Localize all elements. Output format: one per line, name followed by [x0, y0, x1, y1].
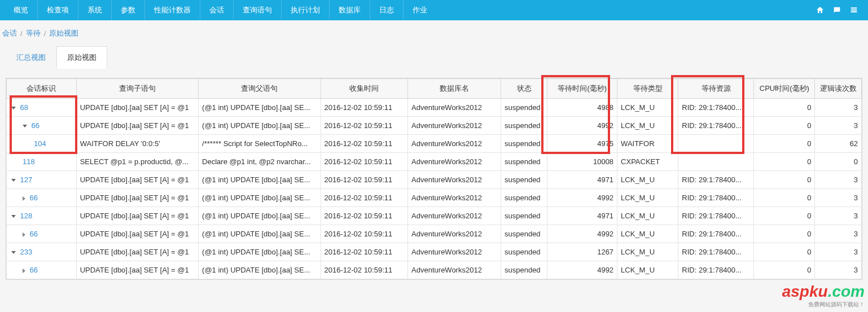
chevron-down-icon[interactable]	[23, 125, 27, 128]
cell-session-id[interactable]: 68	[7, 99, 77, 117]
breadcrumb-session[interactable]: 会话	[2, 28, 17, 38]
cell-cpu-ms: 0	[754, 243, 815, 261]
nav-item-0[interactable]: 概览	[5, 0, 38, 20]
table-row[interactable]: 66UPDATE [dbo].[aa] SET [A] = @1(@1 int)…	[7, 189, 862, 207]
cell-wait-type: LCK_M_U	[617, 243, 678, 261]
col-header-7[interactable]: 等待类型	[617, 79, 678, 99]
cell-collect-time: 2016-12-02 10:59:11	[321, 243, 408, 261]
cell-collect-time: 2016-12-02 10:59:11	[321, 153, 408, 171]
col-header-8[interactable]: 等待资源	[678, 79, 754, 99]
cell-cpu-ms: 0	[754, 135, 815, 153]
col-header-10[interactable]: 逻辑读次数	[815, 79, 862, 99]
cell-session-id[interactable]: 128	[7, 207, 77, 225]
chat-icon[interactable]	[832, 5, 842, 15]
cell-wait-ms: 1267	[547, 243, 617, 261]
cell-database: AdventureWorks2012	[408, 189, 501, 207]
cell-wait-resource: RID: 29:1:78400...	[678, 189, 754, 207]
cell-status: suspended	[501, 117, 547, 135]
home-icon[interactable]	[815, 5, 825, 15]
table-row[interactable]: 127UPDATE [dbo].[aa] SET [A] = @1(@1 int…	[7, 171, 862, 189]
cell-wait-type: LCK_M_U	[617, 99, 678, 117]
table-row[interactable]: 233UPDATE [dbo].[aa] SET [A] = @1(@1 int…	[7, 243, 862, 261]
cell-child-query: UPDATE [dbo].[aa] SET [A] = @1	[76, 171, 198, 189]
chevron-right-icon[interactable]	[23, 232, 25, 237]
cell-child-query: UPDATE [dbo].[aa] SET [A] = @1	[76, 225, 198, 243]
nav-item-4[interactable]: 性能计数器	[145, 0, 200, 20]
cell-wait-resource: RID: 29:1:78400...	[678, 225, 754, 243]
cell-session-id[interactable]: 66	[7, 261, 77, 279]
col-header-5[interactable]: 状态	[501, 79, 547, 99]
cell-session-id[interactable]: 66	[7, 189, 77, 207]
chevron-right-icon[interactable]	[23, 196, 25, 201]
col-header-3[interactable]: 收集时间	[321, 79, 408, 99]
chevron-down-icon[interactable]	[11, 251, 16, 254]
nav-item-6[interactable]: 查询语句	[234, 0, 282, 20]
col-header-1[interactable]: 查询子语句	[76, 79, 198, 99]
cell-cpu-ms: 0	[754, 171, 815, 189]
chevron-down-icon[interactable]	[11, 215, 16, 218]
cell-session-id[interactable]: 66	[7, 225, 77, 243]
cell-logical-reads: 3	[815, 207, 862, 225]
cell-collect-time: 2016-12-02 10:59:11	[321, 99, 408, 117]
col-header-2[interactable]: 查询父语句	[199, 79, 321, 99]
table-row[interactable]: 104WAITFOR DELAY '0:0:5'/****** Script f…	[7, 135, 862, 153]
table-row[interactable]: 68UPDATE [dbo].[aa] SET [A] = @1(@1 int)…	[7, 99, 862, 117]
cell-wait-type: CXPACKET	[617, 153, 678, 171]
table-row[interactable]: 66UPDATE [dbo].[aa] SET [A] = @1(@1 int)…	[7, 261, 862, 279]
cell-session-id[interactable]: 127	[7, 171, 77, 189]
cell-child-query: UPDATE [dbo].[aa] SET [A] = @1	[76, 261, 198, 279]
table-row[interactable]: 66UPDATE [dbo].[aa] SET [A] = @1(@1 int)…	[7, 117, 862, 135]
cell-status: suspended	[501, 189, 547, 207]
table-row[interactable]: 66UPDATE [dbo].[aa] SET [A] = @1(@1 int)…	[7, 225, 862, 243]
cell-wait-type: LCK_M_U	[617, 261, 678, 279]
col-header-0[interactable]: 会话标识	[7, 79, 77, 99]
col-header-4[interactable]: 数据库名	[408, 79, 501, 99]
cell-parent-query: (@1 int) UPDATE [dbo].[aa] SE...	[199, 225, 321, 243]
cell-session-id[interactable]: 66	[7, 117, 77, 135]
nav-item-10[interactable]: 作业	[404, 0, 436, 20]
tab-raw-view[interactable]: 原始视图	[56, 46, 107, 69]
chevron-right-icon[interactable]	[23, 269, 25, 273]
nav-item-9[interactable]: 日志	[370, 0, 404, 20]
cell-collect-time: 2016-12-02 10:59:11	[321, 117, 408, 135]
nav-item-1[interactable]: 检查项	[38, 0, 78, 20]
cell-parent-query: (@1 int) UPDATE [dbo].[aa] SE...	[199, 117, 321, 135]
tab-summary-view[interactable]: 汇总视图	[6, 46, 56, 69]
nav-item-2[interactable]: 系统	[78, 0, 112, 20]
breadcrumb-sep: /	[20, 29, 23, 38]
cell-session-id[interactable]: 104	[7, 135, 77, 153]
col-header-6[interactable]: 等待时间(毫秒)	[547, 79, 617, 99]
list-icon[interactable]	[849, 5, 859, 15]
cell-logical-reads: 3	[815, 171, 862, 189]
header-row: 会话标识查询子语句查询父语句收集时间数据库名状态等待时间(毫秒)等待类型等待资源…	[7, 79, 862, 99]
cell-cpu-ms: 0	[754, 99, 815, 117]
table-row[interactable]: 128UPDATE [dbo].[aa] SET [A] = @1(@1 int…	[7, 207, 862, 225]
table-row[interactable]: 118SELECT @p1 = p.productid, @...Declare…	[7, 153, 862, 171]
cell-child-query: UPDATE [dbo].[aa] SET [A] = @1	[76, 243, 198, 261]
cell-session-id[interactable]: 118	[7, 153, 77, 171]
col-header-9[interactable]: CPU时间(毫秒)	[754, 79, 815, 99]
cell-wait-resource: RID: 29:1:78400...	[678, 207, 754, 225]
cell-logical-reads: 3	[815, 189, 862, 207]
chevron-down-icon[interactable]	[11, 179, 16, 182]
nav-items: 概览检查项系统参数性能计数器会话查询语句执行计划数据库日志作业	[5, 0, 436, 20]
nav-item-5[interactable]: 会话	[200, 0, 234, 20]
cell-wait-resource: RID: 29:1:78400...	[678, 261, 754, 279]
nav-item-3[interactable]: 参数	[112, 0, 145, 20]
cell-child-query: UPDATE [dbo].[aa] SET [A] = @1	[76, 189, 198, 207]
chevron-down-icon[interactable]	[11, 107, 16, 109]
cell-wait-ms: 4971	[547, 207, 617, 225]
cell-wait-ms: 4992	[547, 189, 617, 207]
cell-wait-ms: 4988	[547, 99, 617, 117]
nav-item-8[interactable]: 数据库	[330, 0, 370, 20]
cell-database: AdventureWorks2012	[408, 261, 501, 279]
cell-session-id[interactable]: 233	[7, 243, 77, 261]
data-grid: 会话标识查询子语句查询父语句收集时间数据库名状态等待时间(毫秒)等待类型等待资源…	[6, 78, 862, 280]
cell-logical-reads: 3	[815, 117, 862, 135]
cell-status: suspended	[501, 99, 547, 117]
cell-collect-time: 2016-12-02 10:59:11	[321, 207, 408, 225]
nav-item-7[interactable]: 执行计划	[282, 0, 330, 20]
breadcrumb-wait[interactable]: 等待	[26, 28, 41, 38]
cell-status: suspended	[501, 171, 547, 189]
breadcrumb-rawview[interactable]: 原始视图	[49, 28, 78, 38]
